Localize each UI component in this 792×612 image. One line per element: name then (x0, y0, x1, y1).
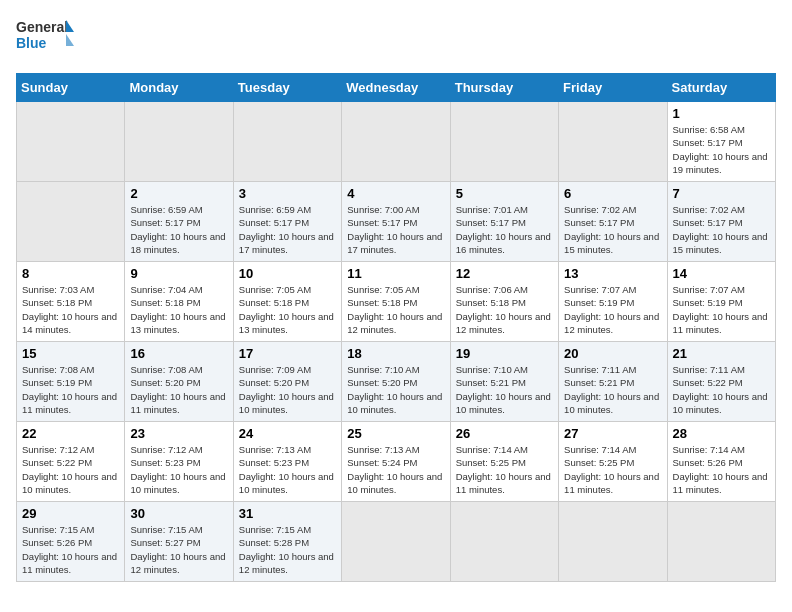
calendar-day-28: 28Sunrise: 7:14 AMSunset: 5:26 PMDayligh… (667, 422, 775, 502)
calendar-header-row: SundayMondayTuesdayWednesdayThursdayFrid… (17, 74, 776, 102)
calendar-week-row: 29Sunrise: 7:15 AMSunset: 5:26 PMDayligh… (17, 502, 776, 582)
logo: General Blue (16, 16, 76, 61)
col-header-thursday: Thursday (450, 74, 558, 102)
day-number: 31 (239, 506, 336, 521)
day-number: 25 (347, 426, 444, 441)
day-info: Sunrise: 7:15 AMSunset: 5:26 PMDaylight:… (22, 524, 117, 575)
empty-cell (342, 102, 450, 182)
calendar-day-24: 24Sunrise: 7:13 AMSunset: 5:23 PMDayligh… (233, 422, 341, 502)
day-info: Sunrise: 7:08 AMSunset: 5:20 PMDaylight:… (130, 364, 225, 415)
col-header-friday: Friday (559, 74, 667, 102)
calendar-day-11: 11Sunrise: 7:05 AMSunset: 5:18 PMDayligh… (342, 262, 450, 342)
day-number: 4 (347, 186, 444, 201)
day-number: 5 (456, 186, 553, 201)
day-number: 2 (130, 186, 227, 201)
day-info: Sunrise: 7:02 AMSunset: 5:17 PMDaylight:… (564, 204, 659, 255)
day-info: Sunrise: 7:01 AMSunset: 5:17 PMDaylight:… (456, 204, 551, 255)
day-info: Sunrise: 7:05 AMSunset: 5:18 PMDaylight:… (239, 284, 334, 335)
day-info: Sunrise: 7:11 AMSunset: 5:21 PMDaylight:… (564, 364, 659, 415)
day-number: 9 (130, 266, 227, 281)
day-number: 29 (22, 506, 119, 521)
day-number: 13 (564, 266, 661, 281)
calendar-day-1: 1Sunrise: 6:58 AMSunset: 5:17 PMDaylight… (667, 102, 775, 182)
col-header-tuesday: Tuesday (233, 74, 341, 102)
calendar-day-31: 31Sunrise: 7:15 AMSunset: 5:28 PMDayligh… (233, 502, 341, 582)
day-info: Sunrise: 7:07 AMSunset: 5:19 PMDaylight:… (564, 284, 659, 335)
logo-svg: General Blue (16, 16, 76, 61)
day-info: Sunrise: 7:14 AMSunset: 5:25 PMDaylight:… (564, 444, 659, 495)
svg-marker-3 (66, 34, 74, 46)
calendar-day-25: 25Sunrise: 7:13 AMSunset: 5:24 PMDayligh… (342, 422, 450, 502)
col-header-saturday: Saturday (667, 74, 775, 102)
day-number: 1 (673, 106, 770, 121)
calendar-day-3: 3Sunrise: 6:59 AMSunset: 5:17 PMDaylight… (233, 182, 341, 262)
day-number: 10 (239, 266, 336, 281)
calendar-day-20: 20Sunrise: 7:11 AMSunset: 5:21 PMDayligh… (559, 342, 667, 422)
day-info: Sunrise: 7:07 AMSunset: 5:19 PMDaylight:… (673, 284, 768, 335)
day-info: Sunrise: 7:02 AMSunset: 5:17 PMDaylight:… (673, 204, 768, 255)
calendar-day-6: 6Sunrise: 7:02 AMSunset: 5:17 PMDaylight… (559, 182, 667, 262)
day-number: 18 (347, 346, 444, 361)
empty-cell (450, 102, 558, 182)
day-number: 14 (673, 266, 770, 281)
calendar-day-15: 15Sunrise: 7:08 AMSunset: 5:19 PMDayligh… (17, 342, 125, 422)
day-number: 11 (347, 266, 444, 281)
calendar-day-10: 10Sunrise: 7:05 AMSunset: 5:18 PMDayligh… (233, 262, 341, 342)
day-number: 26 (456, 426, 553, 441)
day-number: 20 (564, 346, 661, 361)
day-number: 12 (456, 266, 553, 281)
calendar-week-row: 8Sunrise: 7:03 AMSunset: 5:18 PMDaylight… (17, 262, 776, 342)
svg-text:Blue: Blue (16, 35, 47, 51)
calendar-week-row: 15Sunrise: 7:08 AMSunset: 5:19 PMDayligh… (17, 342, 776, 422)
calendar-week-row: 1Sunrise: 6:58 AMSunset: 5:17 PMDaylight… (17, 102, 776, 182)
day-info: Sunrise: 7:08 AMSunset: 5:19 PMDaylight:… (22, 364, 117, 415)
empty-cell (125, 102, 233, 182)
calendar-day-22: 22Sunrise: 7:12 AMSunset: 5:22 PMDayligh… (17, 422, 125, 502)
day-number: 17 (239, 346, 336, 361)
day-number: 8 (22, 266, 119, 281)
empty-cell (17, 102, 125, 182)
page-header: General Blue (16, 16, 776, 61)
day-info: Sunrise: 6:59 AMSunset: 5:17 PMDaylight:… (130, 204, 225, 255)
day-info: Sunrise: 7:10 AMSunset: 5:20 PMDaylight:… (347, 364, 442, 415)
day-number: 3 (239, 186, 336, 201)
calendar-day-16: 16Sunrise: 7:08 AMSunset: 5:20 PMDayligh… (125, 342, 233, 422)
day-info: Sunrise: 7:04 AMSunset: 5:18 PMDaylight:… (130, 284, 225, 335)
calendar-day-19: 19Sunrise: 7:10 AMSunset: 5:21 PMDayligh… (450, 342, 558, 422)
calendar-day-17: 17Sunrise: 7:09 AMSunset: 5:20 PMDayligh… (233, 342, 341, 422)
calendar-day-18: 18Sunrise: 7:10 AMSunset: 5:20 PMDayligh… (342, 342, 450, 422)
day-number: 27 (564, 426, 661, 441)
calendar-day-13: 13Sunrise: 7:07 AMSunset: 5:19 PMDayligh… (559, 262, 667, 342)
calendar-day-21: 21Sunrise: 7:11 AMSunset: 5:22 PMDayligh… (667, 342, 775, 422)
calendar-week-row: 2Sunrise: 6:59 AMSunset: 5:17 PMDaylight… (17, 182, 776, 262)
day-info: Sunrise: 6:59 AMSunset: 5:17 PMDaylight:… (239, 204, 334, 255)
calendar-day-8: 8Sunrise: 7:03 AMSunset: 5:18 PMDaylight… (17, 262, 125, 342)
calendar-day-14: 14Sunrise: 7:07 AMSunset: 5:19 PMDayligh… (667, 262, 775, 342)
empty-cell (667, 502, 775, 582)
day-number: 6 (564, 186, 661, 201)
calendar-day-29: 29Sunrise: 7:15 AMSunset: 5:26 PMDayligh… (17, 502, 125, 582)
empty-cell (233, 102, 341, 182)
day-info: Sunrise: 7:13 AMSunset: 5:24 PMDaylight:… (347, 444, 442, 495)
day-info: Sunrise: 7:11 AMSunset: 5:22 PMDaylight:… (673, 364, 768, 415)
day-number: 22 (22, 426, 119, 441)
calendar-day-7: 7Sunrise: 7:02 AMSunset: 5:17 PMDaylight… (667, 182, 775, 262)
day-info: Sunrise: 7:14 AMSunset: 5:25 PMDaylight:… (456, 444, 551, 495)
col-header-wednesday: Wednesday (342, 74, 450, 102)
empty-cell (17, 182, 125, 262)
day-info: Sunrise: 7:09 AMSunset: 5:20 PMDaylight:… (239, 364, 334, 415)
calendar-day-26: 26Sunrise: 7:14 AMSunset: 5:25 PMDayligh… (450, 422, 558, 502)
calendar-day-4: 4Sunrise: 7:00 AMSunset: 5:17 PMDaylight… (342, 182, 450, 262)
day-info: Sunrise: 7:12 AMSunset: 5:22 PMDaylight:… (22, 444, 117, 495)
calendar-day-27: 27Sunrise: 7:14 AMSunset: 5:25 PMDayligh… (559, 422, 667, 502)
calendar-day-5: 5Sunrise: 7:01 AMSunset: 5:17 PMDaylight… (450, 182, 558, 262)
day-number: 21 (673, 346, 770, 361)
calendar-day-12: 12Sunrise: 7:06 AMSunset: 5:18 PMDayligh… (450, 262, 558, 342)
calendar-week-row: 22Sunrise: 7:12 AMSunset: 5:22 PMDayligh… (17, 422, 776, 502)
day-number: 7 (673, 186, 770, 201)
day-info: Sunrise: 7:15 AMSunset: 5:28 PMDaylight:… (239, 524, 334, 575)
col-header-sunday: Sunday (17, 74, 125, 102)
day-number: 16 (130, 346, 227, 361)
day-info: Sunrise: 7:06 AMSunset: 5:18 PMDaylight:… (456, 284, 551, 335)
day-info: Sunrise: 7:00 AMSunset: 5:17 PMDaylight:… (347, 204, 442, 255)
